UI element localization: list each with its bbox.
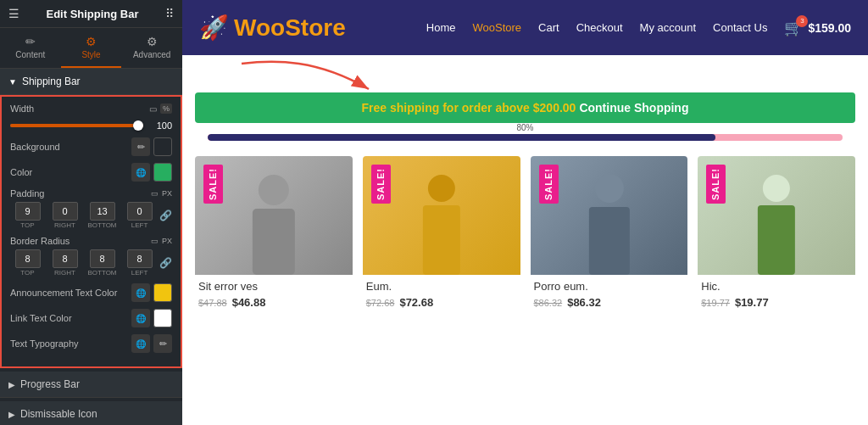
border-radius-unit: PX [162, 237, 172, 245]
nav-cart[interactable]: Cart [538, 21, 559, 34]
nav-links: Home WooStore Cart Checkout My account C… [371, 21, 768, 34]
padding-link-icon[interactable]: 🔗 [159, 210, 172, 221]
border-right-input[interactable] [53, 249, 78, 268]
text-typography-control: Text Typography 🌐 ✏ [10, 334, 172, 353]
background-paint-icon[interactable]: ✏ [131, 137, 150, 156]
logo-text: WooStore [234, 14, 346, 42]
width-slider[interactable]: 100 [10, 120, 172, 131]
border-left-input[interactable] [127, 249, 153, 268]
logo-rocket-icon: 🚀 [199, 14, 229, 42]
shipping-bar-text: Free shipping for order above $200.00 [362, 101, 576, 115]
padding-top-input[interactable] [15, 202, 41, 221]
product-info-3: Porro eum. $86.32 $86.32 [531, 275, 688, 314]
background-control: Background ✏ [10, 137, 172, 156]
nav-woostore[interactable]: WooStore [473, 21, 522, 34]
color-global-icon[interactable]: 🌐 [131, 163, 150, 182]
tab-style[interactable]: ⚙ Style [61, 28, 122, 68]
nav-checkout[interactable]: Checkout [576, 21, 623, 34]
padding-left-box: LEFT [122, 202, 157, 229]
product-card-1: SALE! Sit error ves $47.88 $46.88 [195, 156, 353, 418]
cart-price: $159.00 [808, 21, 851, 35]
slider-thumb[interactable] [133, 120, 143, 131]
product-card-3: SALE! Porro eum. $86.32 $86.32 [531, 156, 688, 418]
typography-edit-icon[interactable]: ✏ [153, 334, 172, 353]
border-top-label: TOP [20, 269, 34, 277]
width-label: Width [10, 103, 149, 114]
padding-bottom-box: BOTTOM [85, 202, 120, 229]
style-tab-icon: ⚙ [86, 35, 97, 48]
typography-global-icon[interactable]: 🌐 [131, 334, 150, 353]
progress-bar-arrow: ▶ [8, 380, 15, 389]
product-prices-4: $19.77 $19.77 [701, 296, 852, 309]
padding-left-input[interactable] [127, 202, 153, 221]
link-global-icon[interactable]: 🌐 [131, 309, 150, 327]
padding-top-box: TOP [10, 202, 45, 229]
price-old-3: $86.32 [534, 298, 563, 308]
slider-track [10, 124, 143, 127]
announcement-global-icon[interactable]: 🌐 [131, 283, 150, 302]
product-info-1: Sit error ves $47.88 $46.88 [195, 275, 353, 314]
nav-contact-us[interactable]: Contact Us [713, 21, 767, 34]
style-tab-label: Style [81, 50, 100, 59]
hamburger-icon[interactable]: ☰ [8, 7, 19, 20]
tab-advanced[interactable]: ⚙ Advanced [121, 28, 182, 68]
link-text-color-swatch[interactable] [153, 309, 172, 327]
color-swatch[interactable] [153, 163, 172, 182]
background-swatch[interactable] [153, 137, 172, 156]
padding-top-label: TOP [20, 221, 34, 229]
price-old-2: $72.68 [366, 298, 395, 308]
padding-bottom-label: BOTTOM [87, 221, 116, 229]
border-top-input[interactable] [15, 249, 41, 268]
panel-body: ▼ Shipping Bar Width ▭ % 100 Ba [0, 69, 182, 425]
tab-content[interactable]: ✏ Content [0, 28, 61, 68]
product-name-2: Eum. [366, 280, 517, 293]
content-tab-label: Content [15, 50, 45, 59]
left-panel: ☰ Edit Shipping Bar ⠿ ✏ Content ⚙ Style … [0, 0, 182, 425]
dismissable-label: Dismissable Icon [20, 408, 97, 420]
progress-bar-section[interactable]: ▶ Progress Bar [0, 372, 182, 398]
shipping-bar-section-content: Width ▭ % 100 Background ✏ [0, 95, 182, 368]
progress-bar-fill [208, 134, 715, 141]
padding-left-label: LEFT [131, 221, 148, 229]
red-arrow-svg [233, 55, 386, 98]
panel-tabs: ✏ Content ⚙ Style ⚙ Advanced [0, 28, 182, 69]
padding-right-input[interactable] [53, 202, 78, 221]
logo-area: 🚀 WooStore [199, 14, 346, 42]
text-typography-label: Text Typography [10, 338, 131, 349]
shipping-bar-section-header[interactable]: ▼ Shipping Bar [0, 69, 182, 95]
shipping-bar-link[interactable]: Continue Shopping [579, 101, 688, 115]
padding-label: Padding [10, 188, 151, 199]
grid-icon[interactable]: ⠿ [165, 7, 174, 20]
nav-my-account[interactable]: My account [640, 21, 696, 34]
link-text-color-control: Link Text Color 🌐 [10, 309, 172, 327]
sale-badge-2: SALE! [371, 165, 391, 204]
svg-rect-4 [423, 205, 460, 275]
announcement-text-color-control: Announcement Text Color 🌐 [10, 283, 172, 302]
nav-home[interactable]: Home [426, 21, 456, 34]
product-prices-3: $86.32 $86.32 [534, 296, 685, 309]
panel-title: Edit Shipping Bar [46, 8, 138, 20]
dismissable-icon-section[interactable]: ▶ Dismissable Icon [0, 401, 182, 425]
product-name-4: Hic. [701, 280, 852, 293]
arrow-area [182, 55, 868, 89]
sale-badge-1: SALE! [203, 165, 223, 204]
cart-icon-wrap: 🛒 3 [784, 19, 803, 37]
border-link-icon[interactable]: 🔗 [159, 257, 172, 269]
svg-point-5 [594, 174, 623, 203]
background-label: Background [10, 142, 131, 152]
color-control: Color 🌐 [10, 163, 172, 182]
cart-badge: 3 [796, 15, 808, 27]
sale-badge-4: SALE! [706, 165, 726, 204]
border-top-box: TOP [10, 249, 45, 277]
price-new-2: $72.68 [399, 296, 433, 309]
border-left-box: LEFT [122, 249, 157, 277]
product-info-4: Hic. $19.77 $19.77 [698, 275, 855, 314]
padding-bottom-input[interactable] [90, 202, 115, 221]
product-name-1: Sit error ves [198, 280, 349, 293]
progress-label: 80% [195, 123, 855, 132]
border-bottom-input[interactable] [90, 249, 115, 268]
announcement-text-color-swatch[interactable] [153, 283, 172, 302]
announcement-text-color-label: Announcement Text Color [10, 288, 131, 298]
link-text-color-label: Link Text Color [10, 313, 131, 323]
cart-area[interactable]: 🛒 3 $159.00 [784, 19, 851, 37]
